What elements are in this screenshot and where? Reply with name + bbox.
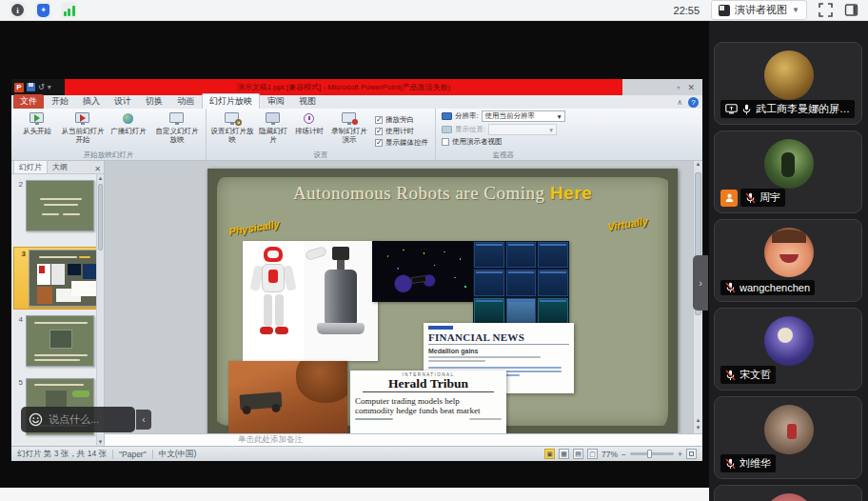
ppt-window-title: 演示文稿1.ppt [兼容模式] - Microsoft PowerPoint(…	[237, 82, 450, 92]
checkbox-checked-icon	[375, 116, 383, 124]
slides-thumbnail-panel: 幻灯片 大纲 ✕ 2	[11, 161, 105, 446]
sidebar-toggle-button[interactable]	[844, 3, 858, 17]
show-on-field: 显示位置: ▾	[442, 124, 565, 135]
chat-quick-input[interactable]: 说点什么...	[21, 407, 135, 432]
ribbon: ∧ ? 从头开始 从当前幻灯片开始 广播幻灯片 自定义幻灯片放映 开始放映幻灯片…	[11, 109, 702, 161]
mars-rover-image	[228, 361, 347, 433]
ppt-status-bar: 幻灯片 第 3 张，共 14 张 "Paper" 中文(中国) ▣ ▦ ▤ ▢ …	[11, 446, 702, 461]
resolution-dropdown[interactable]: 使用当前分辨率▾	[482, 110, 565, 122]
ribbon-group-monitors: 分辨率: 使用当前分辨率▾ 显示位置: ▾ 使用演示者视图 监视器	[436, 109, 571, 160]
thumbnail-scrollbar[interactable]: ▲ ▼	[96, 174, 104, 446]
meeting-app-window: i ✦ 22:55 演讲者视图 ▼ P	[0, 0, 868, 501]
fit-to-window-button[interactable]	[686, 449, 697, 459]
slide-canvas[interactable]: Autonomous Robots are Coming Here Physic…	[207, 169, 678, 433]
collapse-ribbon-icon[interactable]: ∧	[677, 98, 682, 107]
mic-muted-icon	[745, 192, 756, 204]
slide-counter: 幻灯片 第 3 张，共 14 张	[17, 449, 107, 460]
hide-slide-button[interactable]: 隐藏幻灯片	[256, 110, 290, 151]
notes-pane[interactable]: 单击此处添加备注	[105, 433, 702, 446]
tab-home[interactable]: 开始	[45, 94, 75, 109]
from-beginning-button[interactable]: 从头开始	[15, 110, 59, 151]
show-on-dropdown[interactable]: ▾	[488, 124, 557, 135]
chevron-down-icon: ▼	[792, 6, 799, 14]
custom-slideshow-button[interactable]: 自定义幻灯片放映	[152, 110, 202, 151]
tab-insert[interactable]: 插入	[76, 94, 107, 109]
qat-dropdown-icon[interactable]: ▾	[48, 84, 51, 91]
network-quality-button[interactable]	[61, 2, 77, 18]
close-icon[interactable]: ✕	[687, 83, 695, 92]
zoom-in-icon[interactable]: +	[678, 450, 682, 459]
participant-tile-5[interactable]: 刘维华	[714, 396, 862, 479]
resolution-field: 分辨率: 使用当前分辨率▾	[442, 110, 565, 122]
avatar	[764, 139, 814, 189]
view-mode-button[interactable]: 演讲者视图 ▼	[711, 0, 807, 20]
slide-thumbnail-3-selected[interactable]: 3	[13, 247, 103, 310]
security-button[interactable]: ✦	[35, 2, 51, 18]
sidebar-collapse-handle[interactable]: ›	[693, 255, 708, 311]
slideshow-view-button[interactable]: ▢	[587, 449, 598, 459]
play-narrations-checkbox[interactable]: 播放旁白	[375, 115, 428, 125]
checkbox-checked-icon	[375, 128, 383, 135]
trading-screens-image	[473, 241, 569, 325]
slide-sorter-view-button[interactable]: ▦	[559, 449, 569, 459]
participant-tile-6-partial[interactable]	[714, 485, 862, 501]
show-media-controls-checkbox[interactable]: 显示媒体控件	[375, 138, 428, 148]
zoom-slider[interactable]	[630, 452, 674, 455]
outline-tab[interactable]: 大纲	[48, 161, 72, 173]
undo-icon[interactable]: ↺	[38, 84, 45, 91]
slide-thumbnail-2[interactable]: 2	[13, 180, 94, 231]
tab-file[interactable]: 文件	[13, 94, 44, 109]
ribbon-group-setup: 设置幻灯片放映 隐藏幻灯片 排练计时 录制幻灯片演示 播放旁白 使用计时 显示媒…	[207, 109, 436, 160]
previous-next-slide-buttons[interactable]: ▲▼	[694, 417, 702, 432]
language-indicator[interactable]: 中文(中国)	[159, 449, 197, 460]
participant-tile-1[interactable]: 武工商李曼娜的屏…	[714, 42, 862, 125]
checkbox-unchecked-icon	[442, 138, 449, 146]
scroll-up-icon[interactable]: ▲	[97, 175, 104, 181]
presenter-view-checkbox[interactable]: 使用演示者视图	[442, 137, 565, 147]
info-icon: i	[11, 4, 24, 16]
checkbox-checked-icon	[375, 139, 383, 147]
tab-transitions[interactable]: 切换	[139, 94, 169, 109]
financial-news-logo	[428, 326, 453, 330]
tab-view[interactable]: 视图	[292, 94, 323, 109]
slide-title-highlight: Here	[550, 183, 592, 203]
tab-review[interactable]: 审阅	[261, 94, 291, 109]
help-icon[interactable]: ?	[688, 97, 699, 108]
fullscreen-button[interactable]	[819, 3, 833, 17]
zoom-out-icon[interactable]: −	[621, 450, 626, 459]
financial-news-headline: Medallion gains	[428, 348, 569, 354]
from-current-slide-button[interactable]: 从当前幻灯片开始	[61, 110, 105, 151]
tab-design[interactable]: 设计	[108, 94, 138, 109]
broadcast-slideshow-button[interactable]: 广播幻灯片	[107, 110, 150, 151]
save-icon[interactable]	[27, 83, 35, 91]
participant-tile-2[interactable]: 周宇	[714, 130, 862, 213]
participant-tile-3[interactable]: wangchenchen	[714, 219, 862, 302]
monitor-icon	[442, 112, 452, 120]
presenter-badge-icon	[720, 190, 738, 207]
slides-tab[interactable]: 幻灯片	[13, 160, 48, 173]
mic-on-icon	[741, 104, 752, 115]
chat-collapse-button[interactable]: ‹	[136, 410, 151, 430]
notes-placeholder: 单击此处添加备注	[238, 434, 303, 446]
reading-view-button[interactable]: ▤	[573, 449, 583, 459]
participant-name: 刘维华	[740, 456, 771, 471]
ribbon-tab-strip: 文件 开始 插入 设计 切换 动画 幻灯片放映 审阅 视图	[11, 95, 702, 109]
tab-slideshow[interactable]: 幻灯片放映	[202, 93, 260, 109]
participant-tile-4[interactable]: 宋文哲	[714, 308, 862, 391]
scroll-up-icon[interactable]: ▲	[696, 161, 701, 167]
use-timings-checkbox[interactable]: 使用计时	[375, 127, 428, 136]
participant-name: 宋文哲	[740, 368, 771, 382]
scroll-down-icon[interactable]: ▼	[97, 439, 104, 445]
normal-view-button[interactable]: ▣	[544, 449, 555, 459]
zoom-level: 77%	[602, 450, 618, 459]
zoom-slider-knob[interactable]	[647, 450, 652, 458]
slide-thumbnail-4[interactable]: 4	[13, 315, 94, 367]
tab-animations[interactable]: 动画	[170, 94, 201, 109]
screen-share-area: P ↺ ▾ 演示文稿1.ppt [兼容模式] - Microsoft Power…	[0, 21, 709, 488]
record-slideshow-button[interactable]: 录制幻灯片演示	[328, 110, 370, 151]
restore-icon[interactable]: ▫	[677, 83, 680, 92]
rehearse-timings-button[interactable]: 排练计时	[292, 110, 326, 151]
meeting-info-button[interactable]: i	[10, 2, 26, 18]
close-panel-icon[interactable]: ✕	[94, 165, 101, 173]
setup-slideshow-button[interactable]: 设置幻灯片放映	[210, 110, 254, 151]
